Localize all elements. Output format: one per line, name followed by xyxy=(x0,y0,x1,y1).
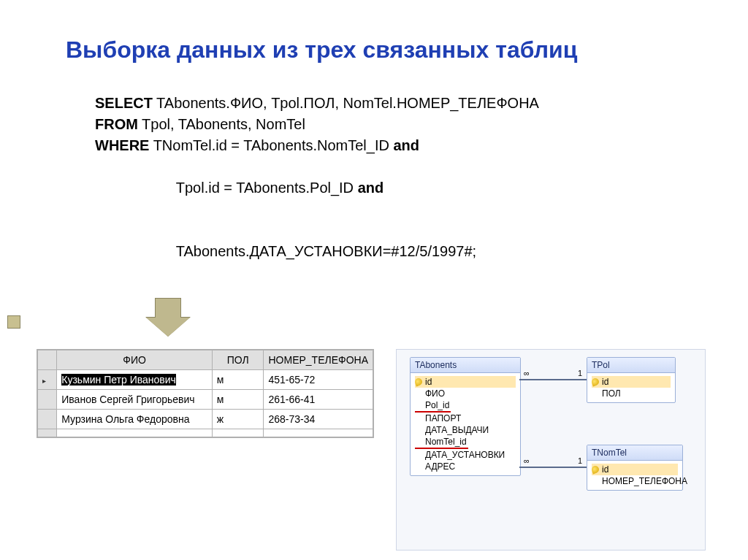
cell-tel: 451-65-72 xyxy=(264,370,373,390)
table-row[interactable]: Кузьмин Петр Иванович м 451-65-72 xyxy=(38,370,373,390)
rel-one-label2: 1 xyxy=(576,456,584,465)
schema-title-tnomtel: TNomTel xyxy=(587,445,682,461)
schema-box-tpol[interactable]: TPol id ПОЛ xyxy=(587,357,676,403)
bullet-icon xyxy=(7,315,20,329)
kw-and2: and xyxy=(358,180,384,196)
schema-diagram: TAbonents id ФИО Pol_id ПАПОРТ ДАТА_ВЫДА… xyxy=(396,349,706,551)
relation-line xyxy=(519,379,587,380)
page-title: Выборка данных из трех связанных таблиц xyxy=(66,37,711,64)
kw-where: WHERE xyxy=(95,137,149,153)
sql-line2: Tpol, TAbonents, NomTel xyxy=(138,116,305,132)
col-pol: ПОЛ xyxy=(212,350,264,370)
cell-fio: Иванов Сергей Григорьевич xyxy=(57,390,213,410)
cell-tel: 261-66-41 xyxy=(264,390,373,410)
field-nomtel-id: NomTel_id xyxy=(415,436,468,449)
field-date-issued: ДАТА_ВЫДАЧИ xyxy=(415,424,516,436)
cell-pol: ж xyxy=(212,410,264,429)
cell-pol: м xyxy=(212,370,264,390)
field-passport: ПАПОРТ xyxy=(415,413,516,424)
table-row[interactable]: Иванов Сергей Григорьевич м 261-66-41 xyxy=(38,390,373,410)
arrow-down-icon xyxy=(146,298,190,342)
field-date-install: ДАТА_УСТАНОВКИ xyxy=(415,449,516,461)
kw-and1: and xyxy=(394,137,420,153)
field-id: id xyxy=(415,376,516,388)
schema-title-tpol: TPol xyxy=(587,358,675,373)
cell-pol: м xyxy=(212,390,264,410)
col-fio: ФИО xyxy=(57,350,213,370)
kw-select: SELECT xyxy=(95,95,153,111)
table-row-empty xyxy=(38,429,373,437)
kw-from: FROM xyxy=(95,116,138,132)
sql-query: SELECT TAbonents.ФИО, Tpol.ПОЛ, NomTel.Н… xyxy=(95,93,711,283)
field-pol-id: Pol_id xyxy=(415,399,451,413)
rel-many-label: ∞ xyxy=(522,369,531,377)
sql-line1: TAbonents.ФИО, Tpol.ПОЛ, NomTel.НОМЕР_ТЕ… xyxy=(153,95,539,111)
field-tnomtel-id: id xyxy=(592,464,678,475)
cell-fio: Кузьмин Петр Иванович xyxy=(57,370,213,390)
sql-line5: TAbonents.ДАТА_УСТАНОВКИ=#12/5/1997#; xyxy=(119,243,476,259)
field-tnomtel-num: НОМЕР_ТЕЛЕФОНА xyxy=(592,475,678,487)
field-fio: ФИО xyxy=(415,388,516,399)
sql-line4: Tpol.id = TAbonents.Pol_ID xyxy=(119,180,357,196)
field-tpol-pol: ПОЛ xyxy=(592,388,671,399)
table-header-row: ФИО ПОЛ НОМЕР_ТЕЛЕФОНА xyxy=(38,350,373,370)
field-tpol-id: id xyxy=(592,376,671,388)
rel-one-label: 1 xyxy=(576,369,584,377)
schema-box-tnomtel[interactable]: TNomTel id НОМЕР_ТЕЛЕФОНА xyxy=(587,445,683,491)
table-row[interactable]: Мурзина Ольга Федоровна ж 268-73-34 xyxy=(38,410,373,429)
col-tel: НОМЕР_ТЕЛЕФОНА xyxy=(264,350,373,370)
relation-line xyxy=(519,467,563,468)
schema-title-tabonents: TAbonents xyxy=(411,358,520,373)
schema-box-tabonents[interactable]: TAbonents id ФИО Pol_id ПАПОРТ ДАТА_ВЫДА… xyxy=(410,357,521,476)
field-address: АДРЕС xyxy=(415,461,516,472)
result-table: ФИО ПОЛ НОМЕР_ТЕЛЕФОНА Кузьмин Петр Иван… xyxy=(37,349,374,438)
cell-fio: Мурзина Ольга Федоровна xyxy=(57,410,213,429)
sql-line3a: TNomTel.id = TAbonents.NomTel_ID xyxy=(149,137,393,153)
relation-line xyxy=(563,467,587,468)
cell-tel: 268-73-34 xyxy=(264,410,373,429)
rel-many-label2: ∞ xyxy=(522,456,531,465)
row-indicator-icon xyxy=(38,370,57,390)
